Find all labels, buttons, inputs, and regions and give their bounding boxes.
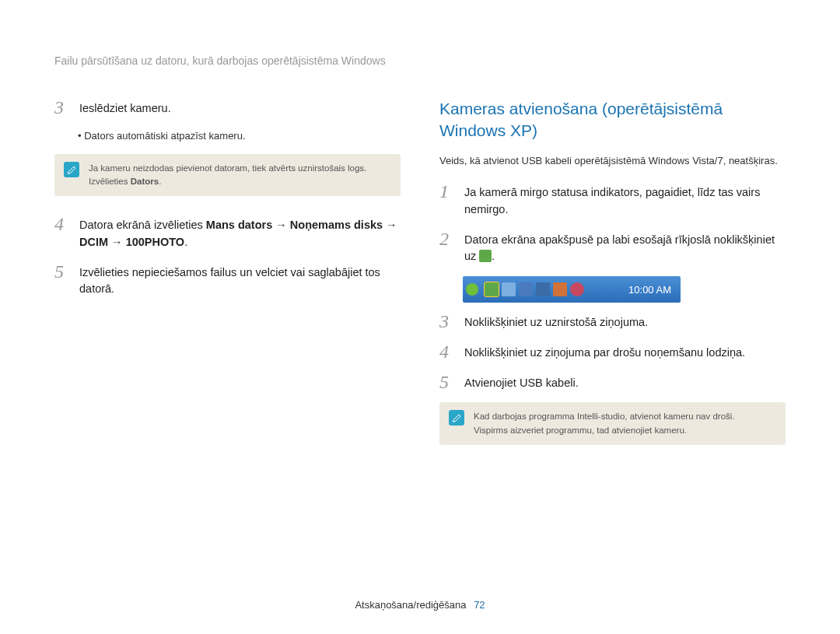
right-step-1: 1 Ja kamerā mirgo statusa indikators, pa… (439, 182, 786, 219)
note-box: Ja kameru neizdodas pievienot datoram, t… (54, 154, 401, 197)
note-text: Kad darbojas programma Intelli-studio, a… (474, 410, 735, 437)
step-text: Izvēlieties nepieciešamos failus un velc… (79, 262, 401, 299)
step-text: Noklikšķiniet uz ziņojuma par drošu noņe… (464, 342, 745, 362)
note-line: Vispirms aizveriet programmu, tad atvien… (474, 426, 687, 435)
t: DCIM (79, 236, 108, 248)
page-footer: Atskaņošana/rediģēšana 72 (54, 599, 786, 611)
left-step-3: 3 Ieslēdziet kameru. (54, 98, 401, 117)
left-step-4: 4 Datora ekrānā izvēlieties Mans dators … (54, 215, 401, 251)
note-bold: Dators (131, 177, 159, 186)
section-heading: Kameras atvienošana (operētājsistēmā Win… (439, 98, 786, 142)
step-number: 1 (439, 182, 457, 219)
right-step-2: 2 Datora ekrāna apakšpusē pa labi esošaj… (439, 229, 786, 266)
taskbar-clock: 10:00 AM (628, 284, 674, 296)
windows-taskbar-image: 10:00 AM (463, 276, 681, 303)
note-icon (64, 162, 79, 177)
safely-remove-icon (485, 282, 499, 296)
safely-remove-inline-icon (479, 250, 492, 262)
tray-icon (519, 282, 533, 296)
start-button-icon (466, 283, 478, 296)
t: Noņemams disks (290, 219, 383, 231)
right-column: Kameras atvienošana (operētājsistēmā Win… (439, 98, 786, 599)
step-text: Datora ekrānā izvēlieties Mans dators → … (79, 215, 401, 251)
note-icon (449, 410, 464, 426)
t: . (184, 236, 187, 248)
step-number: 3 (439, 312, 457, 331)
right-step-4: 4 Noklikšķiniet uz ziņojuma par drošu no… (439, 342, 786, 362)
step-number: 4 (439, 342, 457, 362)
step-number: 3 (54, 98, 72, 117)
note-line: Kad darbojas programma Intelli-studio, a… (474, 412, 735, 421)
tray-icon (570, 282, 584, 296)
t: . (492, 250, 495, 262)
t: Mans dators (206, 219, 272, 231)
t: 100PHOTO (126, 236, 185, 248)
step-text: Atvienojiet USB kabeli. (464, 373, 579, 392)
note-line: Ja kameru neizdodas pievienot datoram, t… (89, 163, 366, 173)
t: Datora ekrāna apakšpusē pa labi esošajā … (464, 233, 775, 263)
note-line: Izvēlieties (89, 177, 131, 186)
note-line: . (159, 177, 161, 186)
t: → (383, 219, 397, 231)
section-subtext: Veids, kā atvienot USB kabeli operētājsi… (439, 153, 786, 169)
step-number: 4 (54, 215, 72, 251)
note-text: Ja kameru neizdodas pievienot datoram, t… (89, 162, 366, 189)
right-step-5: 5 Atvienojiet USB kabeli. (439, 373, 786, 392)
t: → (272, 219, 290, 231)
left-step-5: 5 Izvēlieties nepieciešamos failus un ve… (54, 262, 401, 299)
step-number: 5 (439, 373, 457, 392)
right-step-3: 3 Noklikšķiniet uz uznirstošā ziņojuma. (439, 312, 786, 331)
step-number: 5 (54, 262, 72, 299)
page-header: Failu pārsūtīšana uz datoru, kurā darboj… (54, 54, 786, 67)
t: Datora ekrānā izvēlieties (79, 219, 206, 231)
note-box: Kad darbojas programma Intelli-studio, a… (439, 402, 786, 445)
step-text: Ja kamerā mirgo statusa indikators, paga… (464, 182, 786, 219)
tray-icon (536, 282, 550, 296)
bullet-item: Dators automātiski atpazīst kameru. (78, 128, 401, 145)
footer-section: Atskaņošana/rediģēšana (355, 599, 466, 611)
step-number: 2 (439, 229, 457, 266)
step-text: Noklikšķiniet uz uznirstošā ziņojuma. (464, 312, 648, 331)
left-column: 3 Ieslēdziet kameru. Dators automātiski … (54, 98, 401, 599)
content-columns: 3 Ieslēdziet kameru. Dators automātiski … (54, 98, 786, 599)
tray-icon (502, 282, 516, 296)
t: → (108, 236, 126, 248)
page-number: 72 (474, 599, 485, 611)
volume-icon (553, 282, 567, 296)
step-text: Datora ekrāna apakšpusē pa labi esošajā … (464, 229, 786, 266)
step-text: Ieslēdziet kameru. (79, 98, 171, 117)
